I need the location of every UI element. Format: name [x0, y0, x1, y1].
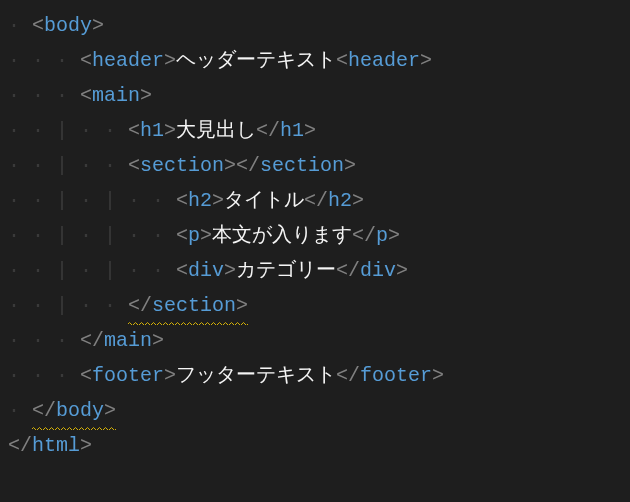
tag-header: header	[92, 49, 164, 72]
code-editor[interactable]: · <body> · · · <header>ヘッダーテキスト<header> …	[0, 8, 630, 463]
error-squiggle[interactable]: </section>	[128, 288, 248, 323]
indent-guide: · · ·	[8, 49, 80, 72]
indent-guide: · · | · | · ·	[8, 224, 176, 247]
indent-guide: · · | · ·	[8, 294, 128, 317]
indent-guide: · · | · ·	[8, 154, 128, 177]
tag-footer: footer	[92, 364, 164, 387]
code-line[interactable]: · · · </main>	[0, 323, 630, 358]
tag-p: p	[188, 224, 200, 247]
tag-h1: h1	[140, 119, 164, 142]
tag-section: section	[140, 154, 224, 177]
code-line[interactable]: · · | · · </section>	[0, 288, 630, 323]
tag-body: body	[44, 14, 92, 37]
code-line[interactable]: · <body>	[0, 8, 630, 43]
code-line[interactable]: · </body>	[0, 393, 630, 428]
indent-guide: · · | · | · ·	[8, 259, 176, 282]
tag-main: main	[92, 84, 140, 107]
error-squiggle[interactable]: </body>	[32, 393, 116, 428]
tag-div: div	[188, 259, 224, 282]
tag-html-close: html	[32, 434, 80, 457]
indent-guide: · · ·	[8, 84, 80, 107]
footer-text: フッターテキスト	[176, 364, 336, 387]
tag-header-unclosed: header	[348, 49, 420, 72]
indent-guide: ·	[8, 14, 32, 37]
header-text: ヘッダーテキスト	[176, 49, 336, 72]
code-line[interactable]: · · | · | · · <h2>タイトル</h2>	[0, 183, 630, 218]
indent-guide: ·	[8, 399, 32, 422]
code-line[interactable]: · · | · | · · <div>カテゴリー</div>	[0, 253, 630, 288]
code-line[interactable]: · · | · · <section></section>	[0, 148, 630, 183]
code-line[interactable]: · · | · | · · <p>本文が入ります</p>	[0, 218, 630, 253]
tag-body-close: body	[56, 399, 104, 422]
code-line[interactable]: </html>	[0, 428, 630, 463]
h2-text: タイトル	[224, 189, 304, 212]
code-line[interactable]: · · · <header>ヘッダーテキスト<header>	[0, 43, 630, 78]
p-text: 本文が入ります	[212, 224, 352, 247]
tag-main-close: main	[104, 329, 152, 352]
h1-text: 大見出し	[176, 119, 256, 142]
tag-section-close: section	[152, 294, 236, 317]
indent-guide: · · | · ·	[8, 119, 128, 142]
indent-guide: · · ·	[8, 364, 80, 387]
code-line[interactable]: · · · <main>	[0, 78, 630, 113]
code-line[interactable]: · · | · · <h1>大見出し</h1>	[0, 113, 630, 148]
code-line[interactable]: · · · <footer>フッターテキスト</footer>	[0, 358, 630, 393]
tag-h2: h2	[188, 189, 212, 212]
div-text: カテゴリー	[236, 259, 336, 282]
indent-guide: · · ·	[8, 329, 80, 352]
indent-guide: · · | · | · ·	[8, 189, 176, 212]
